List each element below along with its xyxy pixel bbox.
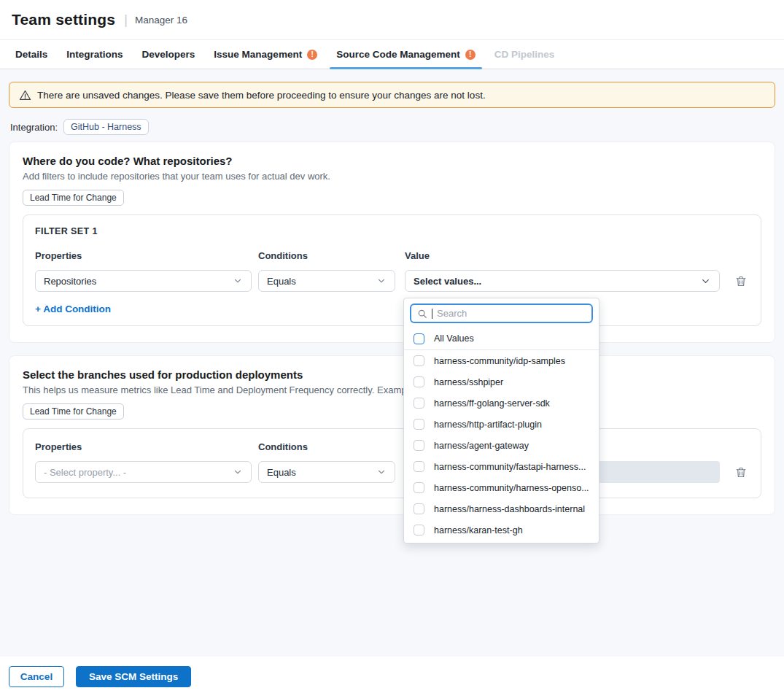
checkbox[interactable] bbox=[414, 440, 424, 451]
property-select[interactable]: Repositories bbox=[35, 270, 252, 292]
repo-option[interactable]: harness-community/harness-openso... bbox=[404, 477, 599, 498]
integration-row: Integration: GitHub - Harness bbox=[10, 119, 774, 135]
repo-option[interactable]: harness-community/idp-samples bbox=[404, 350, 599, 371]
conditions-column-label: Conditions bbox=[258, 250, 405, 261]
branches-card: Select the branches used for production … bbox=[9, 355, 775, 515]
lead-time-chip: Lead Time for Change bbox=[23, 403, 124, 419]
chevron-down-icon bbox=[700, 276, 711, 287]
checkbox[interactable] bbox=[414, 482, 424, 493]
checkbox[interactable] bbox=[414, 398, 424, 409]
option-all-values[interactable]: All Values bbox=[404, 328, 599, 350]
trash-icon bbox=[734, 274, 748, 288]
checkbox[interactable] bbox=[414, 503, 424, 514]
integration-chip[interactable]: GitHub - Harness bbox=[63, 119, 149, 135]
text-cursor bbox=[432, 309, 432, 319]
chevron-down-icon bbox=[376, 276, 387, 286]
repo-option[interactable]: harness/agent-gateway bbox=[404, 435, 599, 456]
chevron-down-icon bbox=[233, 276, 243, 286]
values-dropdown-panel: Search All Values harness-community/idp-… bbox=[403, 298, 599, 544]
value-multiselect[interactable]: Select values... bbox=[405, 270, 720, 292]
repo-option-clipped[interactable]: harness/... bbox=[404, 541, 599, 544]
delete-condition-button[interactable] bbox=[734, 273, 749, 289]
condition-select[interactable]: Equals bbox=[258, 461, 395, 483]
warning-badge-icon: ! bbox=[307, 50, 317, 60]
checkbox[interactable] bbox=[414, 419, 424, 430]
integration-label: Integration: bbox=[10, 122, 58, 133]
page-title: Team settings bbox=[12, 11, 115, 28]
warning-triangle-icon bbox=[19, 89, 31, 101]
repo-option[interactable]: harness/http-artifact-plugin bbox=[404, 414, 599, 435]
page-header: Team settings | Manager 16 bbox=[0, 0, 784, 39]
delete-condition-button[interactable] bbox=[734, 464, 749, 480]
add-condition-button[interactable]: + Add Condition bbox=[35, 303, 111, 314]
branches-card-title: Select the branches used for production … bbox=[23, 368, 761, 381]
tab-bar: Details Integrations Developers Issue Ma… bbox=[0, 39, 784, 69]
banner-text: There are unsaved changes. Please save t… bbox=[37, 90, 486, 101]
filter-set-title: FILTER SET 1 bbox=[35, 226, 749, 236]
repo-option[interactable]: harness/harness-dashboards-internal bbox=[404, 498, 599, 519]
chevron-down-icon bbox=[376, 467, 387, 477]
repositories-card: Where do you code? What repositories? Ad… bbox=[9, 142, 775, 343]
dropdown-search-input[interactable]: Search bbox=[410, 303, 593, 323]
search-icon bbox=[417, 309, 427, 319]
tab-source-code-management[interactable]: Source Code Management ! bbox=[327, 40, 485, 69]
tab-cd-pipelines: CD Pipelines bbox=[485, 40, 564, 69]
unsaved-changes-banner: There are unsaved changes. Please save t… bbox=[9, 82, 775, 108]
conditions-column-label: Conditions bbox=[258, 441, 405, 452]
title-separator: | bbox=[124, 12, 128, 28]
lead-time-chip: Lead Time for Change bbox=[23, 190, 124, 206]
property-select[interactable]: - Select property... - bbox=[35, 461, 252, 483]
chevron-down-icon bbox=[233, 467, 243, 477]
warning-badge-icon: ! bbox=[465, 50, 476, 60]
checkbox-all-values[interactable] bbox=[414, 333, 424, 344]
condition-select[interactable]: Equals bbox=[258, 270, 395, 292]
value-column-label: Value bbox=[405, 250, 430, 261]
trash-icon bbox=[734, 465, 748, 479]
repo-option[interactable]: harness/ff-golang-server-sdk bbox=[404, 393, 599, 414]
save-scm-settings-button[interactable]: Save SCM Settings bbox=[76, 666, 191, 687]
checkbox[interactable] bbox=[414, 355, 424, 366]
repositories-card-subtitle: Add filters to include repositories that… bbox=[23, 171, 761, 182]
tab-details[interactable]: Details bbox=[6, 40, 57, 69]
properties-column-label: Properties bbox=[35, 250, 258, 261]
repo-option[interactable]: harness-community/fastapi-harness... bbox=[404, 456, 599, 477]
repo-option[interactable]: harness/karan-test-gh bbox=[404, 519, 599, 541]
page-subtitle: Manager 16 bbox=[135, 15, 187, 26]
filter-set-1: FILTER SET 1 Properties Conditions Value… bbox=[23, 214, 761, 326]
checkbox[interactable] bbox=[414, 525, 424, 535]
footer-bar: Cancel Save SCM Settings bbox=[0, 657, 784, 696]
search-placeholder: Search bbox=[437, 308, 467, 319]
repositories-card-title: Where do you code? What repositories? bbox=[23, 155, 761, 167]
tab-integrations[interactable]: Integrations bbox=[57, 40, 132, 69]
properties-column-label: Properties bbox=[35, 441, 258, 452]
tab-developers[interactable]: Developers bbox=[133, 40, 205, 69]
branches-card-subtitle: This helps us measure metrics like Lead … bbox=[23, 384, 761, 395]
checkbox[interactable] bbox=[414, 376, 424, 387]
branches-filter-set: Properties Conditions - Select property.… bbox=[23, 428, 761, 498]
checkbox[interactable] bbox=[414, 461, 424, 472]
repo-option[interactable]: harness/sshpiper bbox=[404, 371, 599, 393]
cancel-button[interactable]: Cancel bbox=[9, 666, 64, 687]
tab-issue-management[interactable]: Issue Management ! bbox=[204, 40, 327, 69]
